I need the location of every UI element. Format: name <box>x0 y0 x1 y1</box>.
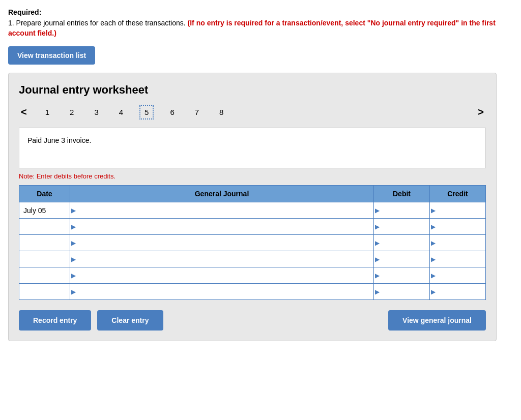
credit-arrow-icon-1: ▶ <box>431 223 436 230</box>
journal-input-0[interactable] <box>70 202 373 218</box>
credit-cell-1[interactable]: ▶ <box>430 219 486 235</box>
credit-arrow-icon-2: ▶ <box>431 239 436 247</box>
journal-input-4[interactable] <box>70 267 373 283</box>
debit-input-2[interactable] <box>374 235 429 251</box>
debit-arrow-icon-3: ▶ <box>375 256 380 263</box>
debit-arrow-icon-4: ▶ <box>375 272 380 279</box>
debit-cell-3[interactable]: ▶ <box>374 251 430 267</box>
debit-cell-2[interactable]: ▶ <box>374 235 430 251</box>
view-transaction-button[interactable]: View transaction list <box>8 46 95 65</box>
credit-arrow-icon-4: ▶ <box>431 272 436 279</box>
credit-cell-4[interactable]: ▶ <box>430 267 486 284</box>
credit-cell-3[interactable]: ▶ <box>430 251 486 267</box>
journal-arrow-icon-1: ▶ <box>71 223 76 230</box>
required-section: Required: 1. Prepare journal entries for… <box>8 8 513 38</box>
debit-arrow-icon-5: ▶ <box>375 288 380 295</box>
journal-table: Date General Journal Debit Credit July 0… <box>19 185 486 300</box>
nav-prev-button[interactable]: < <box>19 106 29 118</box>
nav-item-4[interactable]: 4 <box>115 106 127 118</box>
debit-arrow-icon-0: ▶ <box>375 207 380 214</box>
credit-arrow-icon-0: ▶ <box>431 207 436 214</box>
worksheet-container: Journal entry worksheet < 1 2 3 4 5 6 7 … <box>8 73 497 341</box>
debit-input-5[interactable] <box>374 284 429 299</box>
journal-cell-2[interactable]: ▶ <box>70 235 374 251</box>
nav-next-button[interactable]: > <box>476 106 486 118</box>
journal-arrow-icon-4: ▶ <box>71 272 76 279</box>
debit-cell-1[interactable]: ▶ <box>374 219 430 235</box>
required-title: Required: <box>8 8 513 16</box>
journal-cell-4[interactable]: ▶ <box>70 267 374 284</box>
nav-item-6[interactable]: 6 <box>166 106 178 118</box>
debit-input-3[interactable] <box>374 251 429 267</box>
journal-arrow-icon-3: ▶ <box>71 256 76 263</box>
nav-item-3[interactable]: 3 <box>90 106 102 118</box>
table-row: ▶▶▶ <box>19 235 486 251</box>
clear-entry-button[interactable]: Clear entry <box>97 310 163 331</box>
required-text: 1. Prepare journal entries for each of t… <box>8 18 513 38</box>
journal-arrow-icon-0: ▶ <box>71 207 76 214</box>
date-cell-4 <box>19 267 70 284</box>
nav-item-5[interactable]: 5 <box>139 105 154 119</box>
table-row: ▶▶▶ <box>19 219 486 235</box>
debit-arrow-icon-1: ▶ <box>375 223 380 230</box>
journal-arrow-icon-2: ▶ <box>71 239 76 247</box>
nav-item-8[interactable]: 8 <box>215 106 227 118</box>
journal-cell-1[interactable]: ▶ <box>70 219 374 235</box>
table-row: ▶▶▶ <box>19 284 486 300</box>
credit-input-5[interactable] <box>430 284 485 299</box>
view-general-journal-button[interactable]: View general journal <box>388 310 486 331</box>
debit-cell-0[interactable]: ▶ <box>374 202 430 219</box>
nav-item-1[interactable]: 1 <box>41 106 53 118</box>
credit-arrow-icon-3: ▶ <box>431 256 436 263</box>
worksheet-title: Journal entry worksheet <box>19 83 486 97</box>
credit-cell-5[interactable]: ▶ <box>430 284 486 300</box>
credit-cell-2[interactable]: ▶ <box>430 235 486 251</box>
table-row: ▶▶▶ <box>19 251 486 267</box>
nav-row: < 1 2 3 4 5 6 7 8 > <box>19 105 486 119</box>
buttons-row: Record entry Clear entry View general jo… <box>19 310 486 331</box>
description-text: Paid June 3 invoice. <box>27 136 91 144</box>
journal-cell-5[interactable]: ▶ <box>70 284 374 300</box>
date-cell-2 <box>19 235 70 251</box>
journal-arrow-icon-5: ▶ <box>71 288 76 295</box>
header-debit: Debit <box>374 186 430 202</box>
header-date: Date <box>19 186 70 202</box>
journal-input-5[interactable] <box>70 284 373 299</box>
record-entry-button[interactable]: Record entry <box>19 310 91 331</box>
nav-item-2[interactable]: 2 <box>66 106 78 118</box>
credit-input-4[interactable] <box>430 267 485 283</box>
credit-cell-0[interactable]: ▶ <box>430 202 486 219</box>
date-cell-5 <box>19 284 70 300</box>
table-row: ▶▶▶ <box>19 267 486 284</box>
header-journal: General Journal <box>70 186 374 202</box>
credit-input-0[interactable] <box>430 202 485 218</box>
date-cell-1 <box>19 219 70 235</box>
credit-input-2[interactable] <box>430 235 485 251</box>
debit-input-0[interactable] <box>374 202 429 218</box>
credit-arrow-icon-5: ▶ <box>431 288 436 295</box>
date-cell-0: July 05 <box>19 202 70 219</box>
description-box: Paid June 3 invoice. <box>19 128 486 168</box>
debit-input-4[interactable] <box>374 267 429 283</box>
nav-item-7[interactable]: 7 <box>191 106 203 118</box>
table-row: July 05▶▶▶ <box>19 202 486 219</box>
journal-input-3[interactable] <box>70 251 373 267</box>
debit-cell-4[interactable]: ▶ <box>374 267 430 284</box>
credit-input-3[interactable] <box>430 251 485 267</box>
debit-input-1[interactable] <box>374 219 429 234</box>
required-line1: 1. Prepare journal entries for each of t… <box>8 19 186 27</box>
journal-input-1[interactable] <box>70 219 373 234</box>
header-credit: Credit <box>430 186 486 202</box>
journal-cell-3[interactable]: ▶ <box>70 251 374 267</box>
journal-input-2[interactable] <box>70 235 373 251</box>
table-header-row: Date General Journal Debit Credit <box>19 186 486 202</box>
date-cell-3 <box>19 251 70 267</box>
journal-cell-0[interactable]: ▶ <box>70 202 374 219</box>
note-text: Note: Enter debits before credits. <box>19 172 486 180</box>
credit-input-1[interactable] <box>430 219 485 234</box>
debit-arrow-icon-2: ▶ <box>375 239 380 247</box>
debit-cell-5[interactable]: ▶ <box>374 284 430 300</box>
